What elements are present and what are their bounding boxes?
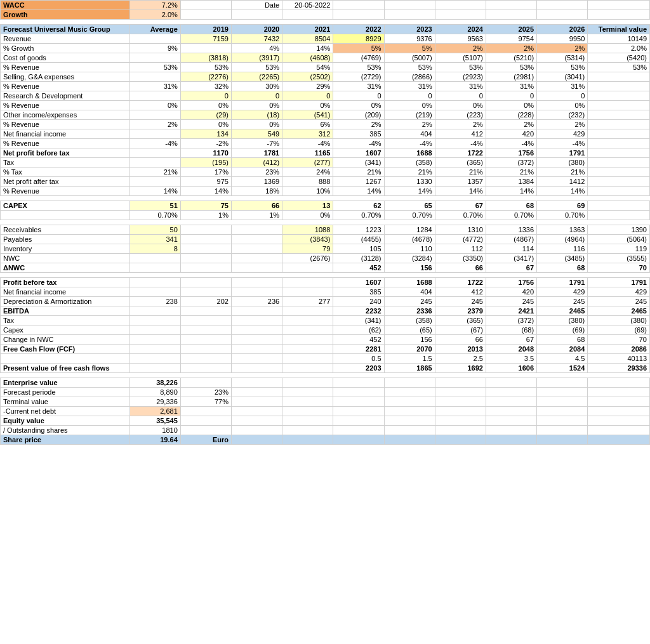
equity-value: 35,545 <box>129 416 180 426</box>
share-price-row: Share price 19.64 Euro <box>1 435 650 445</box>
shares-row: / Outstanding shares 1810 <box>1 426 650 435</box>
capex-2019: 75 <box>180 201 231 211</box>
spacer-3 <box>1 220 650 225</box>
growth-value: 2.0% <box>129 10 180 20</box>
equity-value-row: Equity value 35,545 <box>1 416 650 426</box>
capex-2021: 13 <box>282 201 333 211</box>
wacc-label: WACC <box>1 1 130 10</box>
capex-row: CAPEX 51 75 66 13 62 65 67 68 69 <box>1 201 650 211</box>
fcf-capex-row: Capex (62) (65) (67) (68) (69) (69) <box>1 325 650 335</box>
pct-revenue-4-row: % Revenue 2% 0% 0% 6% 2% 2% 2% 2% 2% <box>1 120 650 129</box>
header-2024: 2024 <box>435 25 486 34</box>
other-income-row: Other income/expenses (29) (18) (541) (2… <box>1 110 650 120</box>
enterprise-value: 38,226 <box>129 378 180 388</box>
price-currency: Euro <box>180 435 231 445</box>
shares-label: / Outstanding shares <box>1 426 130 435</box>
net-financial-row: Net financial income 134 549 312 385 404… <box>1 129 650 139</box>
header-2023: 2023 <box>384 25 435 34</box>
pct-revenue-2-row: % Revenue 31% 32% 30% 29% 31% 31% 31% 31… <box>1 82 650 91</box>
tax-row: Tax (195) (412) (277) (341) (358) (365) … <box>1 158 650 168</box>
growth-label: Growth <box>1 10 130 20</box>
terminal-pct: 77% <box>180 397 231 407</box>
change-nwc-row: Change in NWC 452 156 66 67 68 70 <box>1 335 650 345</box>
cost-of-goods-row: Cost of goods (3818) (3917) (4608) (4769… <box>1 53 650 63</box>
pv-row: Present value of free cash flows 2203 18… <box>1 364 650 373</box>
price-label: Share price <box>1 435 130 445</box>
capex-2024: 67 <box>435 201 486 211</box>
equity-label: Equity value <box>1 416 130 426</box>
capex-label: CAPEX <box>1 201 130 211</box>
net-debt-value: 2,681 <box>129 407 180 416</box>
header-terminal: Terminal value <box>588 25 650 34</box>
pct-revenue-6-row: % Revenue 14% 14% 18% 10% 14% 14% 14% 14… <box>1 187 650 196</box>
spacer-5 <box>1 373 650 378</box>
capex-2020: 66 <box>231 201 282 211</box>
discount-row: 0.5 1.5 2.5 3.5 4.5 40113 <box>1 354 650 364</box>
wacc-value: 7.2% <box>129 1 180 10</box>
fcf-net-financial-row: Net financial income 385 404 412 420 429… <box>1 287 650 297</box>
spacer-1 <box>1 20 650 25</box>
date-label: Date <box>231 1 282 10</box>
selling-ga-row: Selling, G&A expenses (2276) (2265) (250… <box>1 72 650 82</box>
column-header-row: Forecast Universal Music Group Average 2… <box>1 25 650 34</box>
pct-revenue-1-row: % Revenue 53% 53% 53% 54% 53% 53% 53% 53… <box>1 63 650 72</box>
spacer-4 <box>1 273 650 278</box>
header-2022: 2022 <box>333 25 384 34</box>
receivables-row: Receivables 50 1088 1223 1284 1310 1336 … <box>1 225 650 235</box>
enterprise-value-row: Enterprise value 38,226 <box>1 378 650 388</box>
pct-revenue-3-row: % Revenue 0% 0% 0% 0% 0% 0% 0% 0% 0% <box>1 101 650 110</box>
price-value: 19.64 <box>129 435 180 445</box>
revenue-label: Revenue <box>1 34 130 44</box>
enterprise-label: Enterprise value <box>1 378 130 388</box>
delta-nwc-row: ΔNWC 452 156 66 67 68 70 <box>1 263 650 273</box>
depreciation-row: Depreciation & Armortization 238 202 236… <box>1 297 650 306</box>
net-profit-before-tax-row: Net profit before tax 1170 1781 1165 160… <box>1 148 650 158</box>
capex-2023: 65 <box>384 201 435 211</box>
date-value: 20-05-2022 <box>282 1 333 10</box>
terminal-value-row: Terminal value 29,336 77% <box>1 397 650 407</box>
nwc-row: NWC (2676) (3128) (3284) (3350) (3417) (… <box>1 254 650 263</box>
net-debt-label: -Current net debt <box>1 407 130 416</box>
r-and-d-row: Research & Development 0 0 0 0 0 0 0 0 <box>1 91 650 101</box>
revenue-row: Revenue 7159 7432 8504 8929 9376 9563 97… <box>1 34 650 44</box>
fcf-tax-row: Tax (341) (358) (365) (372) (380) (380) <box>1 316 650 325</box>
header-2025: 2025 <box>486 25 536 34</box>
pct-tax-row: % Tax 21% 17% 23% 24% 21% 21% 21% 21% 21… <box>1 168 650 177</box>
capex-avg: 51 <box>129 201 180 211</box>
forecast-label: Forecast periode <box>1 388 130 397</box>
pct-revenue-5-row: % Revenue -4% -2% -7% -4% -4% -4% -4% -4… <box>1 139 650 148</box>
net-profit-after-tax-row: Net profit after tax 975 1369 888 1267 1… <box>1 177 650 187</box>
wacc-row: WACC 7.2% Date 20-05-2022 <box>1 1 650 10</box>
header-2020: 2020 <box>231 25 282 34</box>
net-debt-row: -Current net debt 2,681 <box>1 407 650 416</box>
inventory-row: Inventory 8 79 105 110 112 114 116 119 <box>1 244 650 254</box>
header-2019: 2019 <box>180 25 231 34</box>
capex-2026: 69 <box>537 201 588 211</box>
capex-2025: 68 <box>486 201 536 211</box>
capex-pct-row: 0.70% 1% 1% 0% 0.70% 0.70% 0.70% 0.70% 0… <box>1 211 650 220</box>
forecast-periode-row: Forecast periode 8,890 23% <box>1 388 650 397</box>
header-2021: 2021 <box>282 25 333 34</box>
fcf-row: Free Cash Flow (FCF) 2281 2070 2013 2048… <box>1 345 650 354</box>
fcf-profit-row: Profit before tax 1607 1688 1722 1756 17… <box>1 278 650 287</box>
terminal-label: Terminal value <box>1 397 130 407</box>
shares-value: 1810 <box>129 426 180 435</box>
pct-growth-row: % Growth 9% 4% 14% 5% 5% 2% 2% 2% 2.0% <box>1 44 650 53</box>
rd-label: Research & Development <box>1 91 130 101</box>
header-avg: Average <box>129 25 180 34</box>
terminal-value: 29,336 <box>129 397 180 407</box>
payables-row: Payables 341 (3843) (4455) (4678) (4772)… <box>1 235 650 244</box>
spacer-2 <box>1 196 650 201</box>
capex-2022: 62 <box>333 201 384 211</box>
table-title: Forecast Universal Music Group <box>1 25 130 34</box>
forecast-pct: 23% <box>180 388 231 397</box>
header-2026: 2026 <box>537 25 588 34</box>
ebitda-row: EBITDA 2232 2336 2379 2421 2465 2465 <box>1 306 650 316</box>
forecast-value: 8,890 <box>129 388 180 397</box>
growth-row: Growth 2.0% <box>1 10 650 20</box>
